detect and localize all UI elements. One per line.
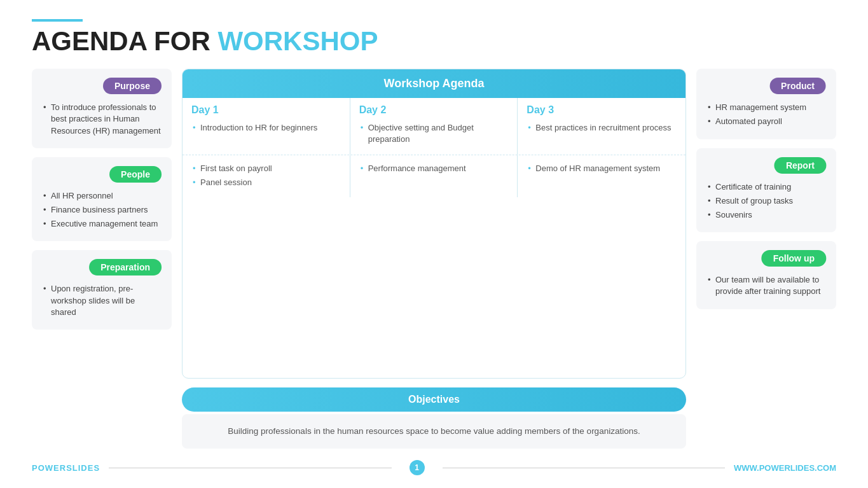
day1-list: Introduction to HR for beginners [191, 121, 341, 135]
footer-brand: POWERSLIDES [32, 463, 100, 473]
title-black: AGENDA FOR [32, 26, 217, 56]
day2-col: Day 2 Objective setting and Budget prepa… [350, 98, 518, 154]
day1-col: Day 1 Introduction to HR for beginners [183, 98, 350, 154]
objectives-text: Building professionals in the human reso… [182, 414, 686, 449]
report-card: Report Certificate of training Result of… [696, 148, 836, 233]
page-title: AGENDA FOR WORKSHOP [32, 27, 836, 56]
product-label: Product [769, 78, 826, 94]
people-card: People All HR personnel Finance business… [32, 157, 172, 242]
people-label: People [109, 166, 162, 183]
agenda-days-row2: First task on payroll Panel session Perf… [183, 155, 685, 197]
day1-row2-col: First task on payroll Panel session [183, 155, 350, 197]
purpose-list: To introduce professionals to best pract… [42, 101, 162, 138]
center-column: Workshop Agenda Day 1 Introduction to HR… [182, 69, 686, 449]
day1-row2-item-1: First task on payroll [191, 162, 341, 176]
day2-item-1: Objective setting and Budget preparation [359, 121, 509, 146]
preparation-list: Upon registration, pre-workshop slides w… [42, 282, 162, 319]
people-item-3: Executive management team [42, 217, 162, 231]
report-item-2: Result of group tasks [706, 194, 826, 208]
followup-card: Follow up Our team will be available to … [696, 241, 836, 309]
day3-label: Day 3 [527, 104, 677, 116]
day1-row2-item-2: Panel session [191, 176, 341, 190]
product-item-2: Automated payroll [706, 115, 826, 129]
page: AGENDA FOR WORKSHOP Purpose To introduce… [0, 0, 868, 488]
day3-col: Day 3 Best practices in recruitment proc… [518, 98, 685, 154]
day3-list: Best practices in recruitment process [527, 121, 677, 135]
day3-row2-col: Demo of HR management system [518, 155, 685, 197]
preparation-item-1: Upon registration, pre-workshop slides w… [42, 282, 162, 319]
people-list: All HR personnel Finance business partne… [42, 189, 162, 232]
day2-row2-item-1: Performance management [359, 162, 509, 176]
purpose-card: Purpose To introduce professionals to be… [32, 69, 172, 148]
report-list: Certificate of training Result of group … [706, 180, 826, 223]
people-item-2: Finance business partners [42, 203, 162, 217]
agenda-days-row1: Day 1 Introduction to HR for beginners D… [183, 98, 685, 155]
day2-row2-list: Performance management [359, 162, 509, 176]
title-blue: WORKSHOP [217, 26, 378, 56]
report-item-3: Souvenirs [706, 208, 826, 222]
footer-line-left [109, 468, 391, 468]
preparation-card: Preparation Upon registration, pre-works… [32, 250, 172, 330]
followup-item-1: Our team will be available to provide af… [706, 273, 826, 298]
purpose-item-1: To introduce professionals to best pract… [42, 101, 162, 138]
footer: POWERSLIDES 1 WWW.POWERLIDES.COM [32, 456, 836, 475]
product-item-1: HR management system [706, 101, 826, 115]
header-accent [32, 19, 83, 22]
objectives-section: Objectives Building professionals in the… [182, 387, 686, 449]
followup-label: Follow up [762, 250, 826, 267]
brand-blue: SLIDES [66, 463, 100, 473]
product-card: Product HR management system Automated p… [696, 69, 836, 139]
footer-page-number: 1 [410, 460, 425, 475]
day2-label: Day 2 [359, 104, 509, 116]
day3-row2-list: Demo of HR management system [527, 162, 677, 176]
day1-label: Day 1 [191, 104, 341, 116]
day1-row2-list: First task on payroll Panel session [191, 162, 341, 190]
day3-item-1: Best practices in recruitment process [527, 121, 677, 135]
footer-line-right [443, 468, 725, 468]
day1-item-1: Introduction to HR for beginners [191, 121, 341, 135]
agenda-table: Workshop Agenda Day 1 Introduction to HR… [182, 69, 686, 379]
day2-list: Objective setting and Budget preparation [359, 121, 509, 146]
objectives-label: Objectives [182, 387, 686, 412]
left-column: Purpose To introduce professionals to be… [32, 69, 172, 449]
report-label: Report [775, 157, 826, 174]
brand-black: POWER [32, 463, 66, 473]
agenda-header: Workshop Agenda [183, 69, 685, 98]
preparation-label: Preparation [89, 259, 162, 275]
followup-list: Our team will be available to provide af… [706, 273, 826, 298]
footer-url: WWW.POWERLIDES.COM [734, 463, 836, 473]
right-column: Product HR management system Automated p… [696, 69, 836, 449]
day2-row2-col: Performance management [350, 155, 518, 197]
day3-row2-item-1: Demo of HR management system [527, 162, 677, 176]
report-item-1: Certificate of training [706, 180, 826, 194]
purpose-label: Purpose [103, 78, 162, 94]
people-item-1: All HR personnel [42, 189, 162, 203]
product-list: HR management system Automated payroll [706, 101, 826, 129]
